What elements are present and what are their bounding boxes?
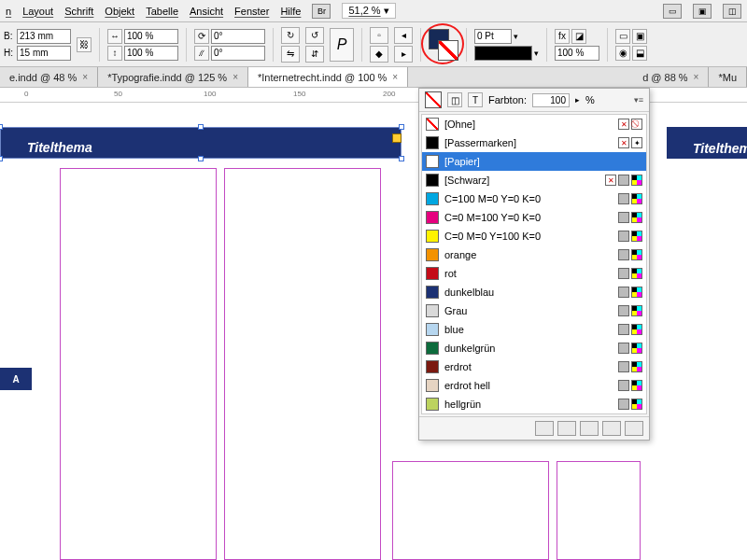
swatch-row[interactable]: hellgrün	[422, 395, 646, 413]
swatch-row[interactable]: [Passermarken]✕✦	[422, 133, 646, 152]
shear-input[interactable]	[211, 46, 265, 61]
doc-tab[interactable]: *Internetrecht.indd @ 100 %×	[248, 67, 408, 87]
selection-handle[interactable]	[0, 124, 3, 130]
swatch-row[interactable]: [Papier]	[422, 152, 646, 171]
menu-item[interactable]: n	[6, 6, 11, 17]
stroke-style-dropdown[interactable]	[474, 46, 532, 61]
swatch-row[interactable]: Grau	[422, 301, 646, 320]
selection-handle[interactable]	[198, 156, 204, 161]
swatch-row[interactable]: C=0 M=100 Y=0 K=0	[422, 208, 646, 227]
text-format-icon[interactable]: T	[468, 92, 483, 107]
swatch-row[interactable]: erdrot	[422, 357, 646, 376]
rotate-input[interactable]	[211, 29, 265, 44]
text-column[interactable]	[392, 461, 549, 560]
drop-shadow-icon[interactable]: ◪	[571, 29, 586, 44]
swatch-row[interactable]: rot	[422, 264, 646, 283]
show-gradient-swatches-button[interactable]	[580, 421, 599, 436]
swatch-row[interactable]: orange	[422, 245, 646, 264]
flip-v-icon[interactable]: ⇵	[305, 46, 324, 63]
text-outport-icon[interactable]	[392, 133, 402, 143]
menu-item[interactable]: Layout	[22, 6, 53, 17]
title-frame[interactable]: Titelthema	[0, 127, 402, 159]
menu-item[interactable]: Tabelle	[146, 6, 178, 17]
constrain-icon[interactable]: ⛓	[77, 37, 92, 52]
doc-tab[interactable]: *Typografie.indd @ 125 %×	[98, 67, 248, 87]
container-format-icon[interactable]: ◫	[447, 92, 462, 107]
swatch-row[interactable]: C=100 M=0 Y=0 K=0	[422, 189, 646, 208]
close-icon[interactable]: ×	[694, 72, 699, 82]
title-frame-right[interactable]: Titelthema	[667, 127, 747, 159]
cmyk-icon	[631, 343, 642, 354]
swatch-indicators	[618, 249, 642, 260]
selection-handle[interactable]	[0, 156, 3, 161]
text-column[interactable]	[224, 168, 381, 560]
new-swatch-button[interactable]	[602, 421, 621, 436]
swatch-row[interactable]: erdrot hell	[422, 376, 646, 395]
height-input[interactable]	[17, 46, 71, 61]
text-wrap-jump-icon[interactable]: ⬓	[632, 46, 647, 61]
bridge-icon[interactable]: Br	[312, 4, 331, 19]
menu-item[interactable]: Objekt	[105, 6, 134, 17]
swatch-chip	[426, 304, 439, 317]
panel-menu-icon[interactable]: ▾≡	[634, 95, 643, 105]
swatch-indicators	[618, 380, 642, 391]
swatch-chip	[426, 248, 439, 261]
text-wrap-shape-icon[interactable]: ◉	[615, 46, 630, 61]
doc-tab[interactable]: d @ 88 %×	[633, 67, 709, 87]
swatch-row[interactable]: [Schwarz]✕	[422, 171, 646, 189]
menu-item[interactable]: Ansicht	[190, 6, 223, 17]
zoom-dropdown[interactable]: 51,2 % ▾	[342, 3, 395, 19]
spot-process-icon	[618, 231, 629, 242]
close-icon[interactable]: ×	[233, 72, 238, 82]
stroke-weight-input[interactable]	[474, 29, 512, 44]
screen-mode-icon[interactable]: ▭	[663, 4, 682, 19]
swatch-row[interactable]: blue	[422, 320, 646, 339]
close-icon[interactable]: ×	[82, 72, 88, 82]
swatch-name: erdrot hell	[444, 380, 613, 391]
text-wrap-bbox-icon[interactable]: ▣	[632, 29, 647, 44]
swatch-row[interactable]: C=0 M=0 Y=100 K=0	[422, 227, 646, 245]
swatch-row[interactable]: dunkelgrün	[422, 339, 646, 357]
arrange-icon[interactable]: ▣	[693, 4, 712, 19]
swatch-row[interactable]: dunkelblau	[422, 283, 646, 301]
doc-tab[interactable]: *Mu	[709, 67, 747, 87]
select-container-icon[interactable]: ▫	[370, 27, 388, 44]
opacity-input[interactable]	[555, 46, 599, 61]
text-column[interactable]	[557, 461, 641, 560]
character-format-icon[interactable]: P	[330, 28, 354, 62]
doc-tab[interactable]: e.indd @ 48 %×	[0, 67, 98, 87]
fx-icon[interactable]: fx	[555, 29, 570, 44]
flip-h-icon[interactable]: ⇋	[281, 46, 300, 63]
selection-handle[interactable]	[399, 124, 404, 130]
rotate-cw-icon[interactable]: ↻	[281, 27, 300, 44]
stroke-color-swatch[interactable]	[438, 40, 458, 61]
width-input[interactable]	[17, 29, 71, 44]
swatch-indicators	[618, 212, 642, 223]
text-wrap-none-icon[interactable]: ▭	[615, 29, 630, 44]
show-all-swatches-button[interactable]	[535, 421, 554, 436]
document-canvas[interactable]: 0 50 100 150 200 Titelthema Titelthema A…	[0, 88, 747, 560]
show-color-swatches-button[interactable]	[557, 421, 576, 436]
menu-item[interactable]: Hilfe	[280, 6, 301, 17]
select-content-icon[interactable]: ◆	[370, 46, 388, 63]
page-marker: A	[0, 368, 32, 390]
delete-swatch-button[interactable]	[625, 421, 643, 436]
workspace-icon[interactable]: ◫	[723, 4, 741, 19]
selection-handle[interactable]	[198, 124, 204, 130]
text-column[interactable]	[60, 168, 217, 560]
tint-input[interactable]	[532, 93, 570, 107]
height-label: H:	[4, 48, 15, 58]
selection-handle[interactable]	[399, 156, 404, 161]
scale-x-input[interactable]	[124, 29, 178, 44]
close-icon[interactable]: ×	[392, 72, 398, 82]
swatch-row[interactable]: [Ohne]✕⃠	[422, 115, 646, 133]
select-next-icon[interactable]: ▸	[394, 46, 413, 63]
menu-item[interactable]: Fenster	[234, 6, 269, 17]
select-prev-icon[interactable]: ◂	[394, 27, 413, 44]
fill-stroke-toggle[interactable]	[425, 91, 442, 108]
scale-y-input[interactable]	[124, 46, 178, 61]
menu-item[interactable]: Schrift	[64, 6, 93, 17]
swatch-chip	[426, 267, 439, 280]
rotate-ccw-icon[interactable]: ↺	[305, 27, 324, 44]
swatch-name: dunkelgrün	[444, 343, 613, 354]
